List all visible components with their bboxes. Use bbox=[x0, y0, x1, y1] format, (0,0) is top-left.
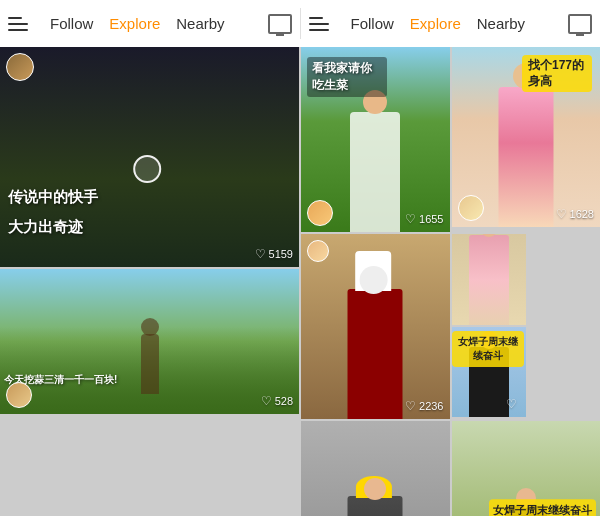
video-cell-4[interactable]: 找个177的身高 ♡ 1628 bbox=[452, 47, 601, 227]
cell4-like-badge: ♡ 1628 bbox=[556, 207, 594, 221]
video-cell-9[interactable]: 女焊子周末继续奋斗 快手 ♡ 9661 bbox=[452, 421, 601, 516]
video-cell-7[interactable]: 女焊子周末继续奋斗 ♡ bbox=[452, 327, 526, 418]
content-grid: 传说中的快手 大力出奇迹 ♡ 5159 今天挖蒜三清一千一百块! bbox=[0, 47, 600, 516]
cell1-like-badge: ♡ 5159 bbox=[255, 247, 293, 261]
bottom-row-grid: ♡ 2236 bbox=[301, 234, 600, 417]
cell7-like-badge: ♡ bbox=[506, 397, 520, 411]
video-cell-2[interactable]: 今天挖蒜三清一千一百块! ♡ 528 bbox=[0, 269, 299, 414]
cell3-like-badge: ♡ 1655 bbox=[405, 212, 443, 226]
left-menu-icon[interactable] bbox=[8, 10, 36, 38]
right-menu-icon[interactable] bbox=[309, 10, 337, 38]
right-nav: Follow Explore Nearby bbox=[301, 0, 601, 47]
heart-icon-3: ♡ bbox=[405, 212, 416, 226]
cell5-like-badge: ♡ 2236 bbox=[405, 399, 443, 413]
left-panel: 传说中的快手 大力出奇迹 ♡ 5159 今天挖蒜三清一千一百块! bbox=[0, 47, 299, 516]
cell4-overlay-text: 找个177的身高 bbox=[522, 55, 592, 92]
left-nearby-tab[interactable]: Nearby bbox=[170, 11, 230, 36]
video-cell-5[interactable]: ♡ 2236 bbox=[301, 234, 450, 419]
avatar-cell4 bbox=[458, 195, 484, 221]
right-follow-tab[interactable]: Follow bbox=[345, 11, 400, 36]
cell9-overlay-text: 女焊子周末继续奋斗 bbox=[489, 499, 596, 516]
heart-icon-1: ♡ bbox=[255, 247, 266, 261]
left-explore-tab[interactable]: Explore bbox=[103, 11, 166, 36]
cell2-like-badge: ♡ 528 bbox=[261, 394, 293, 408]
right-nearby-tab[interactable]: Nearby bbox=[471, 11, 531, 36]
left-nav: Follow Explore Nearby bbox=[0, 0, 300, 47]
right-explore-tab[interactable]: Explore bbox=[404, 11, 467, 36]
third-row-grid: ♡ 7437 女焊子周末继续奋斗 快手 ♡ 9661 bbox=[301, 421, 600, 516]
heart-icon-2: ♡ bbox=[261, 394, 272, 408]
avatar-cell2 bbox=[6, 382, 32, 408]
heart-icon-4: ♡ bbox=[556, 207, 567, 221]
right-panel: 看我家请你吃生菜 ♡ 1655 找个177的身高 bbox=[301, 47, 600, 516]
avatar-cell5 bbox=[307, 240, 329, 262]
top-row-grid: 看我家请你吃生菜 ♡ 1655 找个177的身高 bbox=[301, 47, 600, 232]
video-cell-3[interactable]: 看我家请你吃生菜 ♡ 1655 bbox=[301, 47, 450, 232]
left-follow-tab[interactable]: Follow bbox=[44, 11, 99, 36]
cell3-overlay-text: 看我家请你吃生菜 bbox=[307, 57, 387, 97]
video-cell-8[interactable]: ♡ 7437 bbox=[301, 421, 450, 516]
video-cell-6[interactable] bbox=[452, 234, 526, 325]
avatar-cell1 bbox=[6, 53, 34, 81]
nav-bar: Follow Explore Nearby Follow Explore Nea… bbox=[0, 0, 600, 47]
cell7-overlay-text: 女焊子周末继续奋斗 bbox=[452, 331, 524, 367]
app-container: Follow Explore Nearby Follow Explore Nea… bbox=[0, 0, 600, 516]
heart-icon-7: ♡ bbox=[506, 397, 517, 411]
heart-icon-5: ♡ bbox=[405, 399, 416, 413]
cell1-overlay-text: 传说中的快手 bbox=[8, 186, 98, 207]
right-sub-panel: 女焊子周末继续奋斗 ♡ bbox=[452, 234, 601, 417]
avatar-cell3 bbox=[307, 200, 333, 226]
right-screen-icon[interactable] bbox=[568, 14, 592, 34]
video-cell-1[interactable]: 传说中的快手 大力出奇迹 ♡ 5159 bbox=[0, 47, 299, 267]
cell1-overlay-text2: 大力出奇迹 bbox=[8, 216, 83, 237]
left-screen-icon[interactable] bbox=[268, 14, 292, 34]
